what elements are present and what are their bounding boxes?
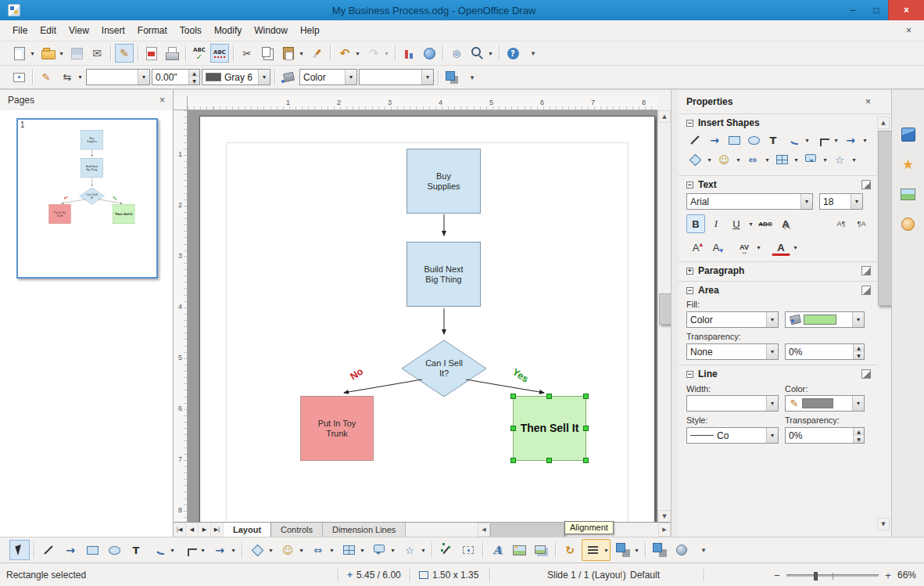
tab-controls[interactable]: Controls	[271, 523, 323, 537]
area-dialog-launcher-icon[interactable]	[861, 286, 871, 295]
text-dialog-launcher-icon[interactable]	[861, 180, 871, 189]
sidebar-splitter[interactable]	[671, 89, 679, 537]
line-dialog-launcher-icon[interactable]	[861, 369, 871, 379]
line-width-spinner[interactable]: 0.00" ▲▼	[152, 69, 200, 85]
connector-tool-button[interactable]	[178, 539, 207, 561]
font-color-dropdown-icon[interactable]	[792, 239, 799, 256]
scroll-down-icon[interactable]: ▼	[877, 518, 890, 530]
flow-node-build-next-big-thing[interactable]: Build Next Big Thing	[81, 158, 103, 178]
alignment-button[interactable]	[582, 539, 611, 561]
flow-node-then-sell-it-selected[interactable]: Then Sell It	[513, 396, 586, 461]
line-style-dropdown-icon[interactable]	[138, 70, 149, 84]
flow-node-decision[interactable]: Can I Sell It?	[79, 188, 104, 205]
line-pen-icon[interactable]	[37, 68, 56, 87]
arrow-tool-icon[interactable]	[706, 132, 723, 148]
maximize-button[interactable]: □	[865, 0, 888, 20]
navigator-icon[interactable]: ◎	[447, 44, 466, 63]
symbol-shapes-dropdown-icon[interactable]	[735, 151, 742, 168]
new-document-dropdown-icon[interactable]	[29, 45, 36, 62]
line-width-dropdown-icon[interactable]	[766, 396, 778, 411]
redo-dropdown-icon[interactable]	[383, 45, 390, 62]
email-icon[interactable]	[88, 44, 106, 63]
menu-item[interactable]: Window	[248, 22, 294, 39]
rectangle-tool-icon[interactable]	[725, 132, 743, 148]
navigator-deck-icon[interactable]	[897, 212, 920, 235]
flowchart-shapes-icon[interactable]	[773, 152, 790, 167]
selection-handle[interactable]	[546, 394, 552, 399]
gallery-deck-icon[interactable]	[897, 182, 920, 206]
arrange-dropdown-icon[interactable]	[633, 541, 640, 559]
zoom-dropdown-icon[interactable]	[487, 45, 494, 62]
close-document-icon[interactable]: ×	[901, 23, 916, 38]
curve-tool-icon[interactable]	[784, 132, 801, 148]
stars-dropdown-icon[interactable]	[420, 541, 427, 559]
area-fill-color-dropdown-icon[interactable]	[852, 312, 864, 327]
curve-tool-button[interactable]	[148, 539, 177, 561]
paint-can-icon[interactable]	[279, 68, 298, 87]
scroll-right-icon[interactable]: ▶	[658, 523, 671, 537]
selection-handle[interactable]	[583, 458, 589, 463]
symbol-shapes-dropdown-icon[interactable]	[298, 541, 305, 559]
block-arrows-dropdown-icon[interactable]	[328, 541, 335, 559]
paste-button[interactable]	[278, 43, 306, 63]
selection-handle[interactable]	[510, 426, 516, 431]
page-style[interactable]: Default	[630, 563, 660, 586]
line-tool-icon[interactable]	[38, 540, 59, 560]
stars-icon[interactable]	[831, 152, 848, 167]
vertical-scrollbar[interactable]: ▲ ▼	[657, 110, 671, 523]
arrow-style-dropdown-icon[interactable]	[77, 69, 84, 86]
strikethrough-icon[interactable]: ABC	[756, 214, 775, 233]
text-tool-icon[interactable]	[126, 540, 146, 560]
fill-type-dropdown-icon[interactable]	[345, 70, 356, 84]
toolbar-options-icon[interactable]	[693, 540, 714, 560]
char-spacing-icon[interactable]: AV	[735, 238, 754, 257]
block-arrows-button[interactable]	[307, 539, 336, 561]
symbol-shapes-icon[interactable]	[715, 152, 732, 167]
line-tool-icon[interactable]	[686, 132, 704, 148]
shadow-text-icon[interactable]: A	[776, 214, 795, 233]
flow-node-build-next-big-thing[interactable]: Build Next Big Thing	[406, 242, 481, 307]
undo-button[interactable]	[335, 43, 362, 63]
line-style-select[interactable]: Co	[686, 427, 779, 444]
properties-deck-icon[interactable]	[897, 123, 920, 146]
select-tool-icon[interactable]	[9, 540, 30, 560]
tab-dimension-lines[interactable]: Dimension Lines	[323, 523, 406, 537]
menu-item[interactable]: Insert	[95, 22, 131, 39]
bold-icon[interactable]: B	[686, 214, 705, 233]
basic-shapes-dropdown-icon[interactable]	[706, 151, 713, 168]
font-name-dropdown-icon[interactable]	[800, 194, 812, 209]
paragraph-dialog-launcher-icon[interactable]	[861, 266, 871, 275]
new-document-button[interactable]	[9, 43, 37, 63]
zoom-out-icon[interactable]: −	[772, 570, 782, 581]
spin-down-icon[interactable]: ▼	[189, 77, 199, 85]
arrange-button[interactable]	[612, 539, 641, 561]
menu-item[interactable]: View	[63, 22, 95, 39]
text-dir-rtl-icon[interactable]	[852, 214, 871, 233]
last-page-icon[interactable]: ▶|	[211, 523, 224, 537]
callouts-dropdown-icon[interactable]	[822, 151, 829, 168]
flow-node-decision[interactable]: Can I Sell It?	[402, 340, 486, 397]
zoom-level[interactable]: 66%	[897, 570, 916, 581]
drawing-viewport[interactable]: Buy Supplies Build Next Big Thing Can I …	[188, 110, 657, 523]
area-fill-color-select[interactable]	[785, 311, 865, 328]
fill-color-dropdown-icon[interactable]	[421, 70, 433, 84]
basic-shapes-dropdown-icon[interactable]	[267, 541, 274, 559]
scroll-down-icon[interactable]: ▼	[658, 510, 671, 523]
text-dir-ltr-icon[interactable]	[832, 214, 851, 233]
tab-layout[interactable]: Layout	[224, 523, 271, 537]
shadow-btn-icon[interactable]	[442, 68, 461, 87]
minimize-button[interactable]: –	[841, 0, 865, 20]
help-icon[interactable]	[503, 44, 522, 63]
undo-dropdown-icon[interactable]	[354, 45, 361, 62]
shadow-btn-icon[interactable]	[650, 540, 670, 560]
alignment-dropdown-icon[interactable]	[603, 541, 610, 559]
spellcheck-icon[interactable]	[190, 44, 209, 63]
area-fill-type-dropdown-icon[interactable]	[766, 312, 778, 327]
expand-icon[interactable]	[686, 268, 693, 275]
line-style-select[interactable]	[86, 69, 150, 85]
flow-node-buy-supplies[interactable]: Buy Supplies	[81, 130, 103, 149]
curve-dropdown-icon[interactable]	[804, 131, 811, 149]
increase-font-icon[interactable]: A	[686, 238, 705, 257]
glue-points-bar-icon[interactable]	[9, 68, 28, 87]
scroll-up-icon[interactable]: ▲	[877, 117, 890, 129]
